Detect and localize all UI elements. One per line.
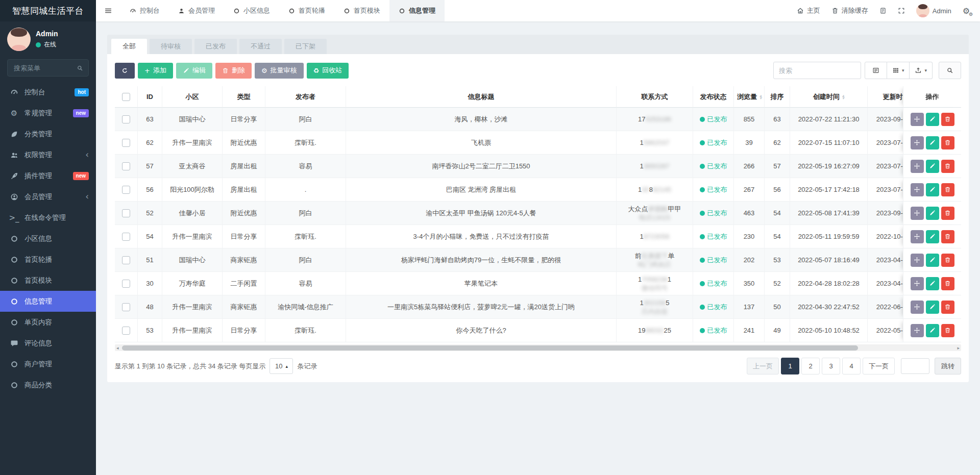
sidebar-item-comment[interactable]: 评论信息 <box>0 333 96 354</box>
move-button[interactable] <box>911 277 924 290</box>
nav-tab-module[interactable]: 首页模块 <box>334 0 389 21</box>
move-button[interactable] <box>911 230 924 243</box>
row-checkbox[interactable] <box>122 186 130 194</box>
col-header-title[interactable]: 信息标题 <box>346 86 616 108</box>
page-size-select[interactable]: 10 ▴ <box>270 358 293 374</box>
nav-tab-banner[interactable]: 首页轮播 <box>279 0 334 21</box>
col-header-views[interactable]: 浏览量▴▾ <box>733 86 764 108</box>
sort-icon[interactable]: ▴▾ <box>760 94 762 100</box>
edit-button[interactable] <box>926 183 939 196</box>
nav-tab-member[interactable]: 会员管理 <box>169 0 224 21</box>
delete-button[interactable] <box>941 230 954 243</box>
user-avatar[interactable] <box>7 28 31 51</box>
col-header-actions[interactable]: 操作 <box>903 86 961 108</box>
edit-button[interactable] <box>926 277 939 290</box>
table-search-input[interactable] <box>773 62 861 79</box>
sidebar-item-category[interactable]: 分类管理 <box>0 123 96 144</box>
sidebar-item-merchant[interactable]: 商户管理 <box>0 354 96 374</box>
delete-button[interactable] <box>941 277 954 290</box>
col-header-publisher[interactable]: 发布者 <box>265 86 346 108</box>
settings-icon[interactable]: ⚙ <box>963 6 970 16</box>
col-header-community[interactable]: 小区 <box>162 86 222 108</box>
sidebar-item-console[interactable]: 控制台hot <box>0 82 96 103</box>
col-header-contact[interactable]: 联系方式 <box>616 86 693 108</box>
jump-button[interactable]: 跳转 <box>935 358 961 374</box>
move-button[interactable] <box>911 254 924 267</box>
home-link[interactable]: 主页 <box>797 6 820 15</box>
sidebar-item-member[interactable]: 会员管理‹ <box>0 186 96 207</box>
sidebar-item-page[interactable]: 单页内容 <box>0 312 96 333</box>
delete-button[interactable] <box>941 301 954 314</box>
col-header-id[interactable]: ID <box>137 86 162 108</box>
sidebar-item-banner[interactable]: 首页轮播 <box>0 249 96 270</box>
sidebar-search-input[interactable] <box>13 64 77 72</box>
sidebar-item-info[interactable]: 信息管理 <box>0 291 96 312</box>
col-header-created[interactable]: 创建时间▴▾ <box>790 86 867 108</box>
edit-button[interactable] <box>926 160 939 173</box>
edit-button[interactable] <box>926 113 939 126</box>
sort-icon[interactable]: ▴▾ <box>842 94 844 100</box>
sidebar-item-community[interactable]: 小区信息 <box>0 228 96 249</box>
jump-page-input[interactable] <box>901 358 929 374</box>
language-button[interactable] <box>879 7 887 14</box>
row-checkbox[interactable] <box>122 209 130 217</box>
delete-button[interactable] <box>941 160 954 173</box>
edit-button[interactable]: 编辑 <box>176 63 212 79</box>
edit-button[interactable] <box>926 230 939 243</box>
sidebar-item-auth[interactable]: 权限管理‹ <box>0 144 96 165</box>
edit-button[interactable] <box>926 324 939 337</box>
nav-tab-console[interactable]: 控制台 <box>120 0 169 21</box>
columns-button[interactable]: ▾ <box>887 62 910 79</box>
clear-cache-link[interactable]: 清除缓存 <box>831 6 868 15</box>
profile-menu[interactable]: Admin <box>916 4 951 17</box>
row-checkbox[interactable] <box>122 162 130 170</box>
filter-tab-published[interactable]: 已发布 <box>194 39 237 54</box>
col-header-sort[interactable]: 排序 <box>764 86 790 108</box>
search-submit-button[interactable] <box>939 62 961 79</box>
horizontal-scrollbar[interactable]: ◂ ▸ <box>115 344 961 351</box>
sidebar-item-command[interactable]: >_在线命令管理 <box>0 207 96 228</box>
move-button[interactable] <box>911 183 924 196</box>
delete-button[interactable] <box>941 113 954 126</box>
nav-tab-info[interactable]: 信息管理 <box>389 0 445 21</box>
col-header-status[interactable]: 发布状态 <box>693 86 733 108</box>
nav-tab-community[interactable]: 小区信息 <box>224 0 279 21</box>
edit-button[interactable] <box>926 207 939 220</box>
add-button[interactable]: +添加 <box>138 63 173 79</box>
move-button[interactable] <box>911 160 924 173</box>
move-button[interactable] <box>911 301 924 314</box>
page-button-3[interactable]: 3 <box>822 358 840 374</box>
scroll-right-arrow[interactable]: ▸ <box>957 344 960 351</box>
app-logo[interactable]: 智慧同城生活平台 <box>0 0 96 21</box>
delete-button[interactable] <box>941 136 954 149</box>
col-header-type[interactable]: 类型 <box>222 86 265 108</box>
page-button-1[interactable]: 1 <box>781 358 799 374</box>
filter-tab-rejected[interactable]: 不通过 <box>239 39 282 54</box>
edit-button[interactable] <box>926 254 939 267</box>
row-checkbox[interactable] <box>122 303 130 311</box>
page-button-4[interactable]: 4 <box>842 358 861 374</box>
move-button[interactable] <box>911 207 924 220</box>
row-checkbox[interactable] <box>122 327 130 335</box>
next-page-button[interactable]: 下一页 <box>863 358 895 374</box>
select-all-checkbox[interactable] <box>122 93 130 101</box>
delete-button[interactable] <box>941 207 954 220</box>
recycle-bin-button[interactable]: ♻回收站 <box>307 63 349 79</box>
prev-page-button[interactable]: 上一页 <box>747 358 779 374</box>
row-checkbox[interactable] <box>122 256 130 264</box>
edit-button[interactable] <box>926 136 939 149</box>
delete-button[interactable] <box>941 183 954 196</box>
page-button-2[interactable]: 2 <box>801 358 820 374</box>
refresh-button[interactable] <box>115 63 135 79</box>
move-button[interactable] <box>911 136 924 149</box>
fullscreen-button[interactable] <box>898 7 905 14</box>
delete-button[interactable]: 删除 <box>215 63 252 79</box>
sidebar-item-addon[interactable]: 插件管理new <box>0 165 96 186</box>
filter-tab-all[interactable]: 全部 <box>111 39 147 54</box>
scrollbar-thumb[interactable] <box>122 345 858 351</box>
export-button[interactable]: ▾ <box>910 62 933 79</box>
row-checkbox[interactable] <box>122 115 130 123</box>
row-checkbox[interactable] <box>122 139 130 147</box>
move-button[interactable] <box>911 324 924 337</box>
detail-view-button[interactable] <box>865 62 887 79</box>
